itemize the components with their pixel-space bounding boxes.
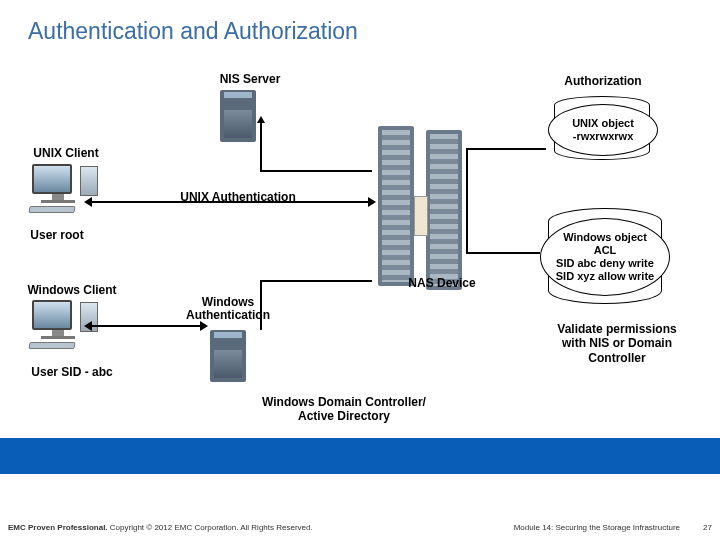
connector-line — [260, 280, 262, 330]
windows-object-line4: SID xyz allow write — [556, 270, 654, 283]
unix-object-ellipse: UNIX object -rwxrwxrwx — [548, 104, 658, 156]
connector-line — [260, 122, 262, 170]
unix-authentication-label: UNIX Authentication — [168, 190, 308, 204]
nas-device-label: NAS Device — [402, 276, 482, 290]
nas-device-icon — [378, 126, 464, 290]
connector-line — [466, 148, 546, 150]
authorization-label: Authorization — [553, 74, 653, 88]
windows-object-ellipse: Windows object ACL SID abc deny write SI… — [540, 218, 670, 296]
windows-domain-controller-icon — [210, 330, 246, 382]
windows-object-line1: Windows object — [563, 231, 647, 244]
footer-bar — [0, 438, 720, 474]
connector-line — [260, 280, 372, 282]
nis-server-label: NIS Server — [205, 72, 295, 86]
page-number: 27 — [703, 523, 712, 532]
windows-object-line3: SID abc deny write — [556, 257, 654, 270]
footer-copyright: EMC Proven Professional. Copyright © 201… — [8, 523, 313, 532]
unix-object-line1: UNIX object — [572, 117, 634, 130]
unix-object-line2: -rwxrwxrwx — [573, 130, 634, 143]
user-root-label: User root — [22, 228, 92, 242]
windows-client-label: Windows Client — [22, 283, 122, 297]
windows-object-line2: ACL — [594, 244, 617, 257]
module-label: Module 14: Securing the Storage Infrastr… — [514, 523, 680, 532]
windows-auth-arrow — [92, 325, 200, 327]
footer-brand: EMC Proven Professional. — [8, 523, 108, 532]
windows-client-icon — [32, 300, 84, 349]
windows-authentication-label: Windows Authentication — [168, 296, 288, 322]
connector-line — [260, 170, 372, 172]
user-sid-label: User SID - abc — [22, 365, 122, 379]
connector-line — [466, 148, 468, 254]
validate-permissions-label: Validate permissions with NIS or Domain … — [552, 322, 682, 365]
nis-server-icon — [220, 90, 256, 142]
connector-line — [466, 252, 540, 254]
page-title: Authentication and Authorization — [28, 18, 358, 45]
unix-client-label: UNIX Client — [26, 146, 106, 160]
footer-rest: Copyright © 2012 EMC Corporation. All Ri… — [108, 523, 313, 532]
windows-domain-controller-label: Windows Domain Controller/ Active Direct… — [254, 396, 434, 424]
unix-client-icon — [32, 164, 84, 213]
